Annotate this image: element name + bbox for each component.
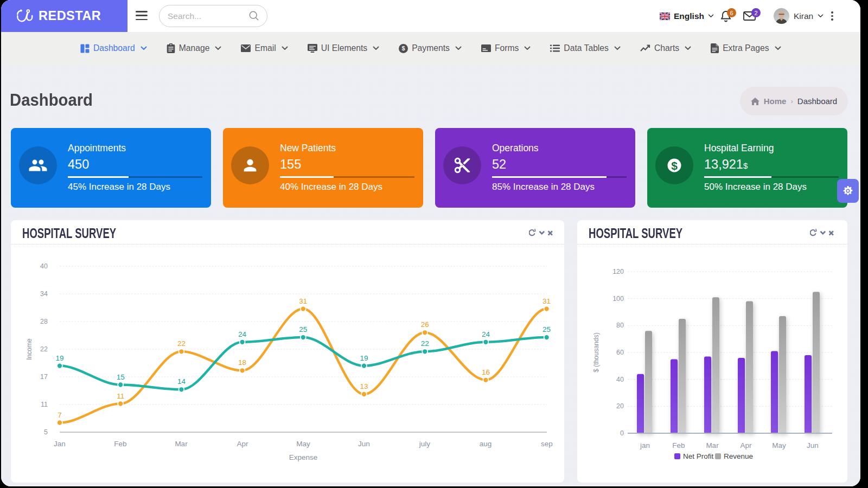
svg-text:sep: sep	[541, 440, 553, 448]
svg-text:28: 28	[40, 318, 48, 325]
svg-text:aug: aug	[480, 440, 492, 448]
svg-text:80: 80	[616, 322, 624, 329]
svg-text:40: 40	[616, 376, 624, 383]
svg-text:17: 17	[40, 373, 48, 381]
svg-text:11: 11	[117, 392, 124, 400]
svg-text:Jun: Jun	[807, 441, 819, 450]
svg-text:0: 0	[620, 429, 624, 437]
svg-text:$ (thousands): $ (thousands)	[592, 332, 600, 372]
svg-text:18: 18	[238, 358, 246, 367]
svg-text:Apr: Apr	[740, 441, 752, 450]
svg-text:11: 11	[41, 401, 48, 408]
svg-text:20: 20	[616, 402, 624, 410]
svg-text:Income: Income	[25, 338, 33, 360]
svg-text:$: $	[402, 45, 405, 52]
svg-text:120: 120	[612, 268, 624, 275]
svg-text:15: 15	[117, 373, 125, 381]
svg-text:5: 5	[44, 428, 48, 436]
svg-text:7: 7	[58, 411, 62, 419]
svg-text:Feb: Feb	[672, 441, 685, 450]
svg-text:Jun: Jun	[358, 440, 370, 448]
svg-text:Apr: Apr	[237, 440, 248, 448]
svg-text:24: 24	[238, 330, 247, 338]
svg-text:jan: jan	[640, 441, 650, 450]
svg-text:19: 19	[55, 354, 63, 362]
svg-text:31: 31	[542, 297, 551, 305]
svg-text:May: May	[296, 440, 310, 448]
svg-text:Feb: Feb	[114, 440, 126, 448]
svg-text:34: 34	[40, 290, 48, 298]
svg-text:Jan: Jan	[54, 440, 66, 448]
svg-text:Mar: Mar	[175, 440, 188, 448]
svg-text:31: 31	[299, 297, 307, 305]
svg-text:22: 22	[177, 339, 186, 348]
svg-text:May: May	[772, 441, 786, 450]
svg-text:Revenue: Revenue	[724, 452, 753, 460]
svg-text:22: 22	[421, 339, 429, 348]
svg-text:24: 24	[482, 330, 490, 338]
svg-text:16: 16	[482, 368, 490, 376]
svg-text:40: 40	[40, 262, 48, 270]
svg-text:Mar: Mar	[706, 441, 719, 450]
svg-text:19: 19	[360, 354, 368, 362]
svg-text:$: $	[671, 159, 678, 172]
svg-text:14: 14	[177, 377, 186, 386]
svg-text:13: 13	[360, 382, 368, 390]
svg-text:22: 22	[40, 345, 48, 353]
svg-text:25: 25	[299, 325, 307, 333]
svg-text:Net Profit: Net Profit	[683, 452, 714, 460]
svg-text:Expense: Expense	[289, 453, 318, 461]
svg-text:july: july	[419, 440, 431, 448]
svg-text:26: 26	[421, 320, 429, 329]
svg-text:60: 60	[616, 349, 624, 356]
svg-text:25: 25	[542, 325, 551, 333]
svg-text:100: 100	[612, 295, 624, 303]
